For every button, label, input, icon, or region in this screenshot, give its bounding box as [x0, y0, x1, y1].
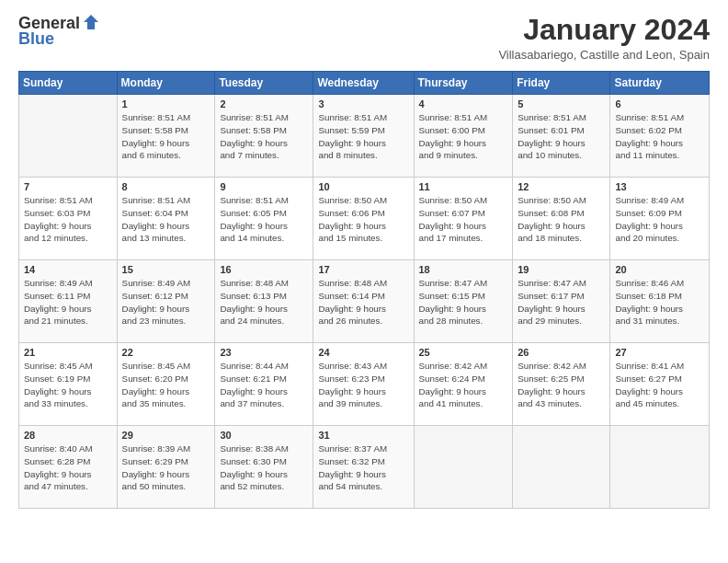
- day-number: 5: [518, 98, 605, 109]
- day-info: Sunrise: 8:51 AMSunset: 6:05 PMDaylight:…: [220, 194, 308, 245]
- day-info: Sunrise: 8:45 AMSunset: 6:19 PMDaylight:…: [24, 360, 112, 410]
- day-info: Sunrise: 8:42 AMSunset: 6:25 PMDaylight:…: [518, 360, 605, 410]
- day-number: 24: [318, 347, 408, 358]
- logo-icon: [82, 13, 100, 31]
- day-number: 20: [615, 264, 704, 275]
- day-info: Sunrise: 8:41 AMSunset: 6:27 PMDaylight:…: [615, 360, 704, 410]
- location-subtitle: Villasabariego, Castille and Leon, Spain: [498, 48, 710, 62]
- calendar-cell: 28Sunrise: 8:40 AMSunset: 6:28 PMDayligh…: [19, 426, 118, 509]
- calendar-cell: 15Sunrise: 8:49 AMSunset: 6:12 PMDayligh…: [117, 260, 215, 343]
- day-info: Sunrise: 8:51 AMSunset: 5:58 PMDaylight:…: [122, 111, 210, 162]
- day-info: Sunrise: 8:38 AMSunset: 6:30 PMDaylight:…: [220, 442, 308, 493]
- page: General Blue January 2024 Villasabariego…: [0, 0, 728, 563]
- calendar-cell: 10Sunrise: 8:50 AMSunset: 6:06 PMDayligh…: [313, 178, 414, 260]
- calendar-week-row: 21Sunrise: 8:45 AMSunset: 6:19 PMDayligh…: [19, 343, 710, 426]
- svg-marker-0: [84, 15, 98, 29]
- calendar-cell: 3Sunrise: 8:51 AMSunset: 5:59 PMDaylight…: [313, 95, 414, 178]
- calendar-cell: 13Sunrise: 8:49 AMSunset: 6:09 PMDayligh…: [610, 178, 710, 260]
- calendar-week-row: 1Sunrise: 8:51 AMSunset: 5:58 PMDaylight…: [19, 95, 710, 178]
- calendar-cell: 21Sunrise: 8:45 AMSunset: 6:19 PMDayligh…: [19, 343, 118, 426]
- calendar-cell: 31Sunrise: 8:37 AMSunset: 6:32 PMDayligh…: [313, 426, 414, 509]
- calendar-table: SundayMondayTuesdayWednesdayThursdayFrid…: [18, 71, 710, 509]
- calendar-cell: 11Sunrise: 8:50 AMSunset: 6:07 PMDayligh…: [414, 178, 513, 260]
- day-info: Sunrise: 8:51 AMSunset: 6:04 PMDaylight:…: [122, 194, 210, 245]
- calendar-cell: 29Sunrise: 8:39 AMSunset: 6:29 PMDayligh…: [117, 426, 215, 509]
- day-number: 25: [419, 347, 508, 358]
- day-info: Sunrise: 8:49 AMSunset: 6:11 PMDaylight:…: [24, 277, 112, 327]
- day-number: 7: [24, 181, 112, 192]
- day-info: Sunrise: 8:50 AMSunset: 6:06 PMDaylight:…: [318, 194, 408, 245]
- month-title: January 2024: [498, 14, 710, 46]
- day-number: 26: [518, 347, 605, 358]
- calendar-cell: 30Sunrise: 8:38 AMSunset: 6:30 PMDayligh…: [215, 426, 313, 509]
- calendar-cell: 18Sunrise: 8:47 AMSunset: 6:15 PMDayligh…: [414, 260, 513, 343]
- day-info: Sunrise: 8:40 AMSunset: 6:28 PMDaylight:…: [24, 442, 112, 493]
- day-info: Sunrise: 8:42 AMSunset: 6:24 PMDaylight:…: [419, 360, 508, 410]
- title-block: January 2024 Villasabariego, Castille an…: [498, 14, 710, 62]
- calendar-week-row: 14Sunrise: 8:49 AMSunset: 6:11 PMDayligh…: [19, 260, 710, 343]
- day-number: 18: [419, 264, 508, 275]
- weekday-header-friday: Friday: [513, 72, 610, 95]
- calendar-week-row: 7Sunrise: 8:51 AMSunset: 6:03 PMDaylight…: [19, 178, 710, 260]
- calendar-cell: 5Sunrise: 8:51 AMSunset: 6:01 PMDaylight…: [513, 95, 610, 178]
- day-info: Sunrise: 8:50 AMSunset: 6:07 PMDaylight:…: [419, 194, 508, 245]
- calendar-header-row: SundayMondayTuesdayWednesdayThursdayFrid…: [19, 72, 710, 95]
- day-number: 13: [615, 181, 704, 192]
- weekday-header-tuesday: Tuesday: [215, 72, 313, 95]
- calendar-cell: 27Sunrise: 8:41 AMSunset: 6:27 PMDayligh…: [610, 343, 710, 426]
- day-number: 19: [518, 264, 605, 275]
- calendar-cell: 12Sunrise: 8:50 AMSunset: 6:08 PMDayligh…: [513, 178, 610, 260]
- day-info: Sunrise: 8:49 AMSunset: 6:09 PMDaylight:…: [615, 194, 704, 245]
- day-number: 29: [122, 430, 210, 441]
- day-info: Sunrise: 8:51 AMSunset: 6:01 PMDaylight:…: [518, 111, 605, 162]
- day-number: 12: [518, 181, 605, 192]
- day-number: 23: [220, 347, 308, 358]
- day-number: 2: [220, 98, 308, 109]
- day-info: Sunrise: 8:51 AMSunset: 5:59 PMDaylight:…: [318, 111, 408, 162]
- day-number: 21: [24, 347, 112, 358]
- calendar-cell: 24Sunrise: 8:43 AMSunset: 6:23 PMDayligh…: [313, 343, 414, 426]
- calendar-cell: 14Sunrise: 8:49 AMSunset: 6:11 PMDayligh…: [19, 260, 118, 343]
- day-info: Sunrise: 8:43 AMSunset: 6:23 PMDaylight:…: [318, 360, 408, 410]
- weekday-header-monday: Monday: [117, 72, 215, 95]
- day-info: Sunrise: 8:39 AMSunset: 6:29 PMDaylight:…: [122, 442, 210, 493]
- calendar-cell: [19, 95, 118, 178]
- calendar-week-row: 28Sunrise: 8:40 AMSunset: 6:28 PMDayligh…: [19, 426, 710, 509]
- weekday-header-sunday: Sunday: [19, 72, 118, 95]
- day-number: 9: [220, 181, 308, 192]
- calendar-cell: 17Sunrise: 8:48 AMSunset: 6:14 PMDayligh…: [313, 260, 414, 343]
- calendar-cell: 23Sunrise: 8:44 AMSunset: 6:21 PMDayligh…: [215, 343, 313, 426]
- day-number: 6: [615, 98, 704, 109]
- day-number: 11: [419, 181, 508, 192]
- day-number: 30: [220, 430, 308, 441]
- day-info: Sunrise: 8:48 AMSunset: 6:14 PMDaylight:…: [318, 277, 408, 327]
- day-info: Sunrise: 8:48 AMSunset: 6:13 PMDaylight:…: [220, 277, 308, 327]
- day-info: Sunrise: 8:37 AMSunset: 6:32 PMDaylight:…: [318, 442, 408, 493]
- day-info: Sunrise: 8:45 AMSunset: 6:20 PMDaylight:…: [122, 360, 210, 410]
- day-number: 17: [318, 264, 408, 275]
- logo: General Blue: [18, 14, 100, 49]
- calendar-cell: 8Sunrise: 8:51 AMSunset: 6:04 PMDaylight…: [117, 178, 215, 260]
- calendar-cell: 4Sunrise: 8:51 AMSunset: 6:00 PMDaylight…: [414, 95, 513, 178]
- calendar-cell: 25Sunrise: 8:42 AMSunset: 6:24 PMDayligh…: [414, 343, 513, 426]
- day-number: 1: [122, 98, 210, 109]
- day-number: 27: [615, 347, 704, 358]
- day-info: Sunrise: 8:47 AMSunset: 6:17 PMDaylight:…: [518, 277, 605, 327]
- calendar-cell: 19Sunrise: 8:47 AMSunset: 6:17 PMDayligh…: [513, 260, 610, 343]
- day-info: Sunrise: 8:46 AMSunset: 6:18 PMDaylight:…: [615, 277, 704, 327]
- calendar-cell: 26Sunrise: 8:42 AMSunset: 6:25 PMDayligh…: [513, 343, 610, 426]
- weekday-header-wednesday: Wednesday: [313, 72, 414, 95]
- calendar-cell: 22Sunrise: 8:45 AMSunset: 6:20 PMDayligh…: [117, 343, 215, 426]
- weekday-header-thursday: Thursday: [414, 72, 513, 95]
- calendar-cell: 6Sunrise: 8:51 AMSunset: 6:02 PMDaylight…: [610, 95, 710, 178]
- calendar-cell: [513, 426, 610, 509]
- header: General Blue January 2024 Villasabariego…: [18, 14, 710, 62]
- day-number: 31: [318, 430, 408, 441]
- calendar-cell: [414, 426, 513, 509]
- day-number: 28: [24, 430, 112, 441]
- day-number: 4: [419, 98, 508, 109]
- calendar-cell: 9Sunrise: 8:51 AMSunset: 6:05 PMDaylight…: [215, 178, 313, 260]
- day-number: 10: [318, 181, 408, 192]
- calendar-cell: [610, 426, 710, 509]
- weekday-header-saturday: Saturday: [610, 72, 710, 95]
